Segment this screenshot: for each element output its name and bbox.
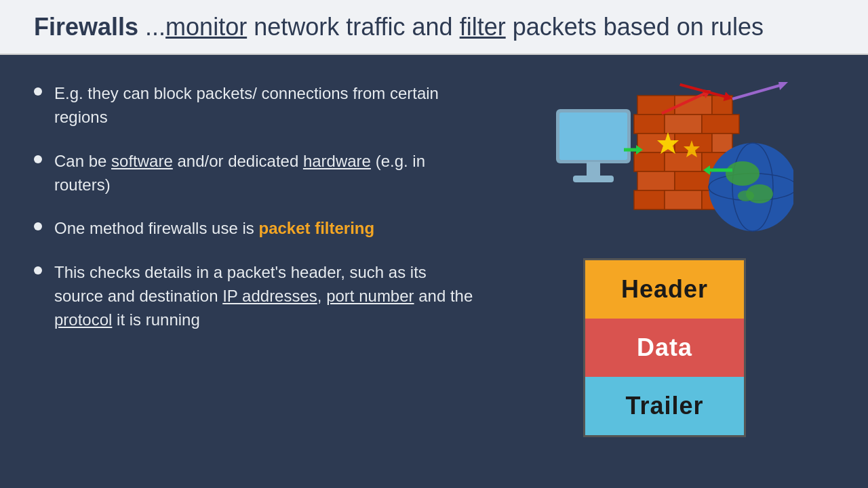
bullet-dot [34, 222, 42, 230]
packet-trailer-label: Trailer [625, 392, 703, 420]
svg-rect-9 [702, 115, 739, 134]
bullet-dot [34, 266, 42, 274]
purple-arrow [732, 82, 788, 99]
bullet-list: E.g. they can block packets/ connections… [34, 75, 475, 474]
right-column: Header Data Trailer [495, 75, 834, 474]
packet-header-section: Header [585, 260, 744, 319]
firewall-illustration [495, 82, 834, 245]
svg-point-26 [726, 161, 760, 186]
packet-diagram: Header Data Trailer [583, 258, 746, 437]
svg-rect-7 [634, 115, 665, 134]
slide-title: Firewalls ...monitor network traffic and… [34, 12, 834, 41]
computer-group [556, 109, 631, 182]
hardware-link: hardware [303, 152, 371, 170]
svg-rect-20 [665, 190, 702, 209]
bullet-text-3: One method firewalls use is packet filte… [54, 217, 374, 241]
port-number-link: port number [326, 287, 414, 305]
ip-addresses-link: IP addresses [222, 287, 317, 305]
protocol-link: protocol [54, 310, 112, 329]
firewall-svg [536, 82, 793, 245]
bullet-text-1: E.g. they can block packets/ connections… [54, 82, 475, 129]
content-area: E.g. they can block packets/ connections… [0, 55, 868, 488]
packet-data-section: Data [585, 319, 744, 377]
svg-marker-38 [778, 82, 788, 90]
bullet-dot [34, 155, 42, 163]
svg-rect-3 [573, 176, 614, 182]
svg-rect-19 [634, 190, 665, 209]
svg-point-28 [738, 190, 754, 201]
svg-rect-2 [587, 162, 600, 177]
title-monitor: monitor [165, 13, 247, 41]
list-item: One method firewalls use is packet filte… [34, 217, 475, 241]
svg-line-37 [732, 85, 780, 99]
svg-rect-1 [559, 113, 627, 160]
title-middle: network traffic and [247, 13, 460, 41]
title-intro: ... [145, 13, 165, 41]
header-bar: Firewalls ...monitor network traffic and… [0, 0, 868, 55]
packet-filtering-highlight: packet filtering [258, 219, 374, 237]
packet-header-label: Header [621, 275, 708, 304]
svg-rect-12 [712, 134, 732, 152]
packet-data-label: Data [637, 333, 692, 362]
packet-trailer-section: Trailer [585, 377, 744, 435]
list-item: Can be software and/or dedicated hardwar… [34, 150, 475, 197]
bullet-text-4: This checks details in a packet's header… [54, 261, 475, 331]
title-filter: filter [460, 13, 506, 41]
list-item: This checks details in a packet's header… [34, 261, 475, 331]
list-item: E.g. they can block packets/ connections… [34, 82, 475, 129]
svg-rect-17 [675, 171, 712, 190]
svg-rect-4 [637, 96, 675, 115]
title-brand: Firewalls [34, 13, 138, 41]
svg-rect-13 [634, 152, 665, 171]
slide: Firewalls ...monitor network traffic and… [0, 0, 868, 488]
title-end: packets based on rules [506, 13, 764, 41]
bullet-dot [34, 87, 42, 96]
svg-rect-16 [637, 171, 675, 190]
svg-rect-8 [665, 115, 702, 134]
software-link: software [111, 152, 173, 170]
bullet-text-2: Can be software and/or dedicated hardwar… [54, 150, 475, 197]
